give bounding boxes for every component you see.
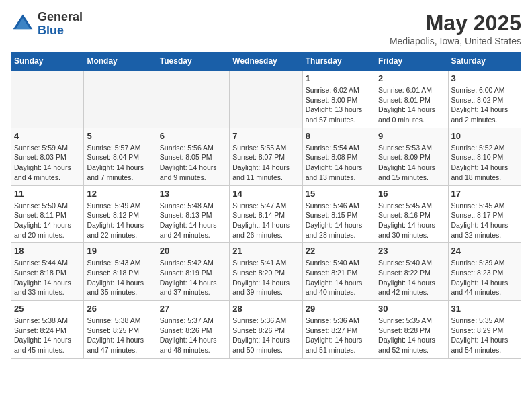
calendar-cell: 26Sunrise: 5:38 AMSunset: 8:25 PMDayligh… bbox=[84, 301, 157, 359]
day-number: 31 bbox=[451, 304, 518, 314]
day-number: 25 bbox=[14, 304, 81, 314]
day-number: 26 bbox=[87, 304, 153, 314]
weekday-monday: Monday bbox=[84, 52, 157, 71]
day-info: Sunrise: 5:43 AMSunset: 8:18 PMDaylight:… bbox=[87, 258, 153, 298]
calendar-cell: 20Sunrise: 5:42 AMSunset: 8:19 PMDayligh… bbox=[157, 243, 229, 301]
day-number: 3 bbox=[451, 73, 518, 83]
calendar-cell: 7Sunrise: 5:55 AMSunset: 8:07 PMDaylight… bbox=[230, 128, 302, 185]
calendar-cell: 29Sunrise: 5:36 AMSunset: 8:27 PMDayligh… bbox=[302, 301, 375, 359]
calendar-cell: 25Sunrise: 5:38 AMSunset: 8:24 PMDayligh… bbox=[11, 301, 84, 359]
week-row-1: 1Sunrise: 6:02 AMSunset: 8:00 PMDaylight… bbox=[11, 71, 521, 128]
day-info: Sunrise: 5:38 AMSunset: 8:25 PMDaylight:… bbox=[87, 316, 153, 355]
day-info: Sunrise: 5:45 AMSunset: 8:17 PMDaylight:… bbox=[451, 201, 518, 240]
day-number: 17 bbox=[451, 189, 518, 199]
day-info: Sunrise: 5:49 AMSunset: 8:12 PMDaylight:… bbox=[87, 201, 153, 240]
calendar-cell: 24Sunrise: 5:39 AMSunset: 8:23 PMDayligh… bbox=[448, 243, 521, 301]
calendar-cell bbox=[157, 71, 229, 128]
day-number: 1 bbox=[306, 73, 372, 83]
calendar-cell: 5Sunrise: 5:57 AMSunset: 8:04 PMDaylight… bbox=[84, 128, 157, 185]
day-number: 22 bbox=[306, 246, 372, 256]
logo-icon bbox=[11, 12, 35, 36]
day-number: 28 bbox=[232, 304, 299, 314]
day-number: 27 bbox=[160, 304, 226, 314]
day-number: 6 bbox=[160, 131, 226, 141]
calendar-cell: 28Sunrise: 5:36 AMSunset: 8:26 PMDayligh… bbox=[230, 301, 302, 359]
day-number: 8 bbox=[306, 131, 372, 141]
day-info: Sunrise: 5:35 AMSunset: 8:29 PMDaylight:… bbox=[451, 316, 518, 355]
day-number: 10 bbox=[451, 131, 518, 141]
day-info: Sunrise: 6:00 AMSunset: 8:02 PMDaylight:… bbox=[451, 85, 518, 125]
calendar-cell: 17Sunrise: 5:45 AMSunset: 8:17 PMDayligh… bbox=[448, 185, 521, 243]
day-number: 18 bbox=[14, 246, 81, 256]
week-row-4: 18Sunrise: 5:44 AMSunset: 8:18 PMDayligh… bbox=[11, 243, 521, 301]
calendar-cell: 22Sunrise: 5:40 AMSunset: 8:21 PMDayligh… bbox=[302, 243, 375, 301]
logo: General Blue bbox=[11, 11, 83, 38]
day-info: Sunrise: 6:01 AMSunset: 8:01 PMDaylight:… bbox=[378, 85, 445, 125]
day-info: Sunrise: 5:36 AMSunset: 8:26 PMDaylight:… bbox=[232, 316, 299, 355]
calendar-cell: 8Sunrise: 5:54 AMSunset: 8:08 PMDaylight… bbox=[302, 128, 375, 185]
day-info: Sunrise: 5:53 AMSunset: 8:09 PMDaylight:… bbox=[378, 143, 445, 183]
calendar-cell: 31Sunrise: 5:35 AMSunset: 8:29 PMDayligh… bbox=[448, 301, 521, 359]
calendar-cell: 16Sunrise: 5:45 AMSunset: 8:16 PMDayligh… bbox=[375, 185, 448, 243]
day-info: Sunrise: 5:59 AMSunset: 8:03 PMDaylight:… bbox=[14, 143, 81, 183]
calendar-cell: 27Sunrise: 5:37 AMSunset: 8:26 PMDayligh… bbox=[157, 301, 229, 359]
calendar-cell: 2Sunrise: 6:01 AMSunset: 8:01 PMDaylight… bbox=[375, 71, 448, 128]
weekday-sunday: Sunday bbox=[11, 52, 84, 71]
calendar-cell: 15Sunrise: 5:46 AMSunset: 8:15 PMDayligh… bbox=[302, 185, 375, 243]
day-info: Sunrise: 5:40 AMSunset: 8:21 PMDaylight:… bbox=[306, 258, 372, 298]
calendar-cell: 3Sunrise: 6:00 AMSunset: 8:02 PMDaylight… bbox=[448, 71, 521, 128]
day-number: 9 bbox=[378, 131, 445, 141]
title-block: May 2025 Mediapolis, Iowa, United States bbox=[390, 11, 521, 46]
week-row-3: 11Sunrise: 5:50 AMSunset: 8:11 PMDayligh… bbox=[11, 185, 521, 243]
calendar-cell: 9Sunrise: 5:53 AMSunset: 8:09 PMDaylight… bbox=[375, 128, 448, 185]
day-info: Sunrise: 5:36 AMSunset: 8:27 PMDaylight:… bbox=[306, 316, 372, 355]
day-info: Sunrise: 5:55 AMSunset: 8:07 PMDaylight:… bbox=[232, 143, 299, 183]
calendar-cell: 21Sunrise: 5:41 AMSunset: 8:20 PMDayligh… bbox=[230, 243, 302, 301]
day-info: Sunrise: 5:40 AMSunset: 8:22 PMDaylight:… bbox=[378, 258, 445, 298]
week-row-2: 4Sunrise: 5:59 AMSunset: 8:03 PMDaylight… bbox=[11, 128, 521, 185]
day-info: Sunrise: 5:39 AMSunset: 8:23 PMDaylight:… bbox=[451, 258, 518, 298]
weekday-friday: Friday bbox=[375, 52, 448, 71]
day-info: Sunrise: 5:52 AMSunset: 8:10 PMDaylight:… bbox=[451, 143, 518, 183]
day-number: 19 bbox=[87, 246, 153, 256]
day-info: Sunrise: 5:44 AMSunset: 8:18 PMDaylight:… bbox=[14, 258, 81, 298]
logo-blue-text: Blue bbox=[38, 24, 83, 38]
calendar-cell bbox=[230, 71, 302, 128]
day-info: Sunrise: 5:56 AMSunset: 8:05 PMDaylight:… bbox=[160, 143, 226, 183]
day-number: 14 bbox=[232, 189, 299, 199]
calendar-cell: 4Sunrise: 5:59 AMSunset: 8:03 PMDaylight… bbox=[11, 128, 84, 185]
logo-general-text: General bbox=[38, 11, 83, 24]
calendar-cell: 12Sunrise: 5:49 AMSunset: 8:12 PMDayligh… bbox=[84, 185, 157, 243]
day-info: Sunrise: 5:41 AMSunset: 8:20 PMDaylight:… bbox=[232, 258, 299, 298]
day-number: 15 bbox=[306, 189, 372, 199]
location: Mediapolis, Iowa, United States bbox=[390, 36, 521, 46]
day-info: Sunrise: 5:46 AMSunset: 8:15 PMDaylight:… bbox=[306, 201, 372, 240]
day-number: 29 bbox=[306, 304, 372, 314]
day-info: Sunrise: 5:57 AMSunset: 8:04 PMDaylight:… bbox=[87, 143, 153, 183]
calendar-cell: 14Sunrise: 5:47 AMSunset: 8:14 PMDayligh… bbox=[230, 185, 302, 243]
weekday-saturday: Saturday bbox=[448, 52, 521, 71]
calendar-cell bbox=[84, 71, 157, 128]
calendar-cell: 19Sunrise: 5:43 AMSunset: 8:18 PMDayligh… bbox=[84, 243, 157, 301]
day-number: 24 bbox=[451, 246, 518, 256]
day-number: 2 bbox=[378, 73, 445, 83]
day-number: 20 bbox=[160, 246, 226, 256]
calendar-cell: 11Sunrise: 5:50 AMSunset: 8:11 PMDayligh… bbox=[11, 185, 84, 243]
day-number: 23 bbox=[378, 246, 445, 256]
calendar-cell bbox=[11, 71, 84, 128]
day-info: Sunrise: 5:54 AMSunset: 8:08 PMDaylight:… bbox=[306, 143, 372, 183]
day-info: Sunrise: 5:38 AMSunset: 8:24 PMDaylight:… bbox=[14, 316, 81, 355]
day-number: 4 bbox=[14, 131, 81, 141]
calendar-cell: 30Sunrise: 5:35 AMSunset: 8:28 PMDayligh… bbox=[375, 301, 448, 359]
day-info: Sunrise: 5:35 AMSunset: 8:28 PMDaylight:… bbox=[378, 316, 445, 355]
weekday-header-row: SundayMondayTuesdayWednesdayThursdayFrid… bbox=[11, 52, 521, 71]
calendar-cell: 10Sunrise: 5:52 AMSunset: 8:10 PMDayligh… bbox=[448, 128, 521, 185]
day-number: 21 bbox=[232, 246, 299, 256]
day-info: Sunrise: 5:50 AMSunset: 8:11 PMDaylight:… bbox=[14, 201, 81, 240]
day-number: 30 bbox=[378, 304, 445, 314]
calendar-cell: 13Sunrise: 5:48 AMSunset: 8:13 PMDayligh… bbox=[157, 185, 229, 243]
day-info: Sunrise: 5:42 AMSunset: 8:19 PMDaylight:… bbox=[160, 258, 226, 298]
day-number: 16 bbox=[378, 189, 445, 199]
calendar-cell: 6Sunrise: 5:56 AMSunset: 8:05 PMDaylight… bbox=[157, 128, 229, 185]
calendar-cell: 1Sunrise: 6:02 AMSunset: 8:00 PMDaylight… bbox=[302, 71, 375, 128]
